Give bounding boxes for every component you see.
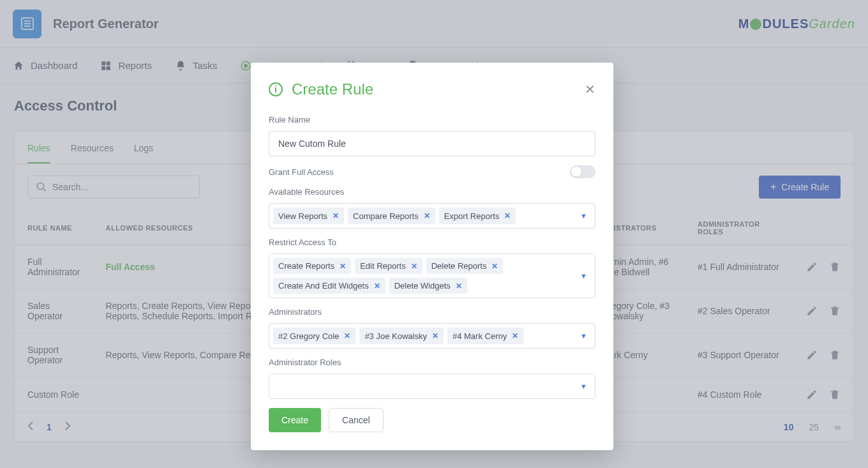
chip: Delete Widgets✕ <box>389 278 467 294</box>
chip: View Reports✕ <box>273 208 344 224</box>
remove-chip-icon[interactable]: ✕ <box>424 211 430 220</box>
chip: Create And Edit Widgets✕ <box>273 278 385 294</box>
administrators-select[interactable]: #2 Gregory Cole✕#3 Joe Kowalsky✕#4 Mark … <box>269 323 595 349</box>
administrator-roles-select[interactable]: ▼ <box>269 374 595 399</box>
create-button[interactable]: Create <box>269 408 321 432</box>
chevron-down-icon: ▼ <box>580 212 587 220</box>
remove-chip-icon[interactable]: ✕ <box>344 331 350 340</box>
chip: Create Reports✕ <box>273 258 351 274</box>
chip: #3 Joe Kowalsky✕ <box>359 328 444 344</box>
info-icon: i <box>269 82 283 96</box>
remove-chip-icon[interactable]: ✕ <box>512 331 518 340</box>
remove-chip-icon[interactable]: ✕ <box>456 282 462 291</box>
remove-chip-icon[interactable]: ✕ <box>374 282 380 291</box>
chevron-down-icon: ▼ <box>580 272 587 280</box>
remove-chip-icon[interactable]: ✕ <box>333 211 339 220</box>
label-restrict: Restrict Access To <box>269 238 595 247</box>
chip: #2 Gregory Cole✕ <box>273 328 355 344</box>
chip: Export Reports✕ <box>439 208 516 224</box>
available-resources-select[interactable]: View Reports✕Compare Reports✕Export Repo… <box>269 203 595 229</box>
remove-chip-icon[interactable]: ✕ <box>340 262 346 271</box>
chevron-down-icon: ▼ <box>580 332 587 340</box>
remove-chip-icon[interactable]: ✕ <box>504 211 511 220</box>
full-access-toggle[interactable] <box>570 165 595 178</box>
label-admins: Administrators <box>269 307 595 317</box>
remove-chip-icon[interactable]: ✕ <box>432 331 438 340</box>
chip: Edit Reports✕ <box>355 258 423 274</box>
remove-chip-icon[interactable]: ✕ <box>491 262 498 271</box>
remove-chip-icon[interactable]: ✕ <box>411 262 417 271</box>
chip: Delete Reports✕ <box>426 258 504 274</box>
label-rule-name: Rule Name <box>269 115 595 125</box>
label-roles: Administrator Roles <box>269 358 595 367</box>
label-available: Available Resources <box>269 187 595 197</box>
create-rule-modal: i Create Rule ✕ Rule Name Grant Full Acc… <box>251 63 613 450</box>
chip: #4 Mark Cerny✕ <box>447 328 523 344</box>
modal-close-button[interactable]: ✕ <box>585 83 595 96</box>
chip: Compare Reports✕ <box>348 208 435 224</box>
modal-title: Create Rule <box>292 80 373 98</box>
chevron-down-icon: ▼ <box>580 382 587 390</box>
cancel-button[interactable]: Cancel <box>329 408 384 432</box>
restrict-access-select[interactable]: Create Reports✕Edit Reports✕Delete Repor… <box>269 253 595 298</box>
label-full-access: Grant Full Access <box>269 167 334 177</box>
rule-name-input[interactable] <box>269 131 595 156</box>
